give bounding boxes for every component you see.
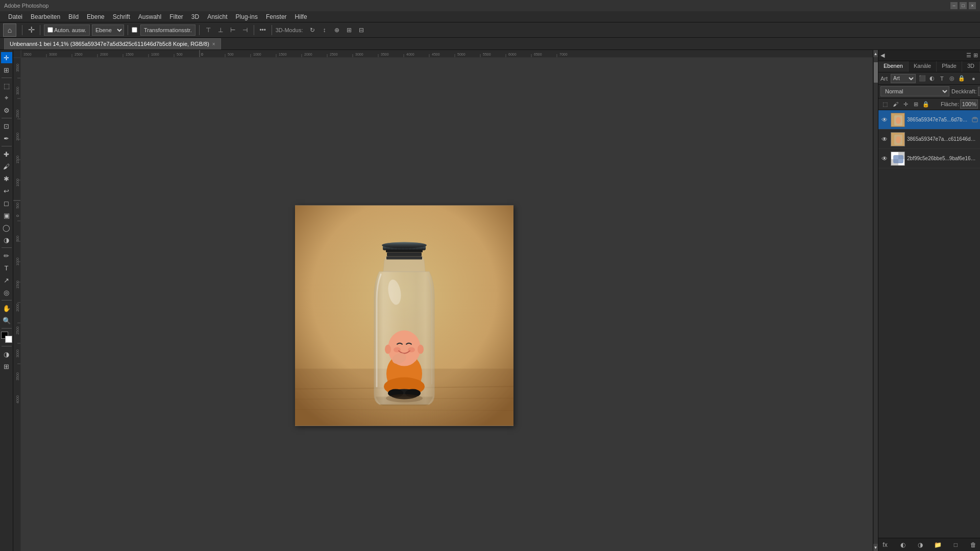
- right-scrollbar[interactable]: ▲ ▼: [873, 50, 878, 551]
- tab-close-button[interactable]: ×: [212, 41, 215, 47]
- fx-button[interactable]: fx: [880, 540, 890, 549]
- layer-visibility-3[interactable]: 👁: [880, 155, 889, 163]
- opacity-input[interactable]: [978, 87, 980, 96]
- filter-adjust-icon[interactable]: ◐: [927, 74, 936, 83]
- lock-transparent-icon[interactable]: ⬚: [880, 99, 890, 109]
- new-fill-button[interactable]: ◑: [916, 540, 925, 549]
- dodge-button[interactable]: ◑: [1, 234, 12, 245]
- tab-3d[interactable]: 3D: [962, 61, 980, 72]
- hand-button[interactable]: ✋: [1, 303, 12, 314]
- blur-button[interactable]: ◯: [1, 222, 12, 233]
- home-icon[interactable]: ⌂: [3, 23, 16, 37]
- quick-mask-button[interactable]: ◑: [1, 348, 12, 360]
- tab-pfade[interactable]: Pfade: [937, 61, 962, 72]
- lock-position-icon[interactable]: ✛: [901, 99, 910, 109]
- layer-item-3[interactable]: 👁 2bf99c5e26bbe5...9baf6e163a4bb: [878, 149, 980, 168]
- 3d-pan-icon[interactable]: ↕: [320, 25, 330, 35]
- align-bottom-icon[interactable]: ⊢: [228, 25, 238, 35]
- right-panel-expand-icon[interactable]: ⊞: [973, 52, 978, 59]
- brush-button[interactable]: 🖌: [1, 161, 12, 172]
- 3d-rotate-icon[interactable]: ↻: [307, 25, 317, 35]
- menu-ebene[interactable]: Ebene: [83, 12, 109, 21]
- transform-button[interactable]: Transformationsstr.: [140, 24, 195, 36]
- minimize-button[interactable]: –: [950, 2, 958, 9]
- filter-pixel-icon[interactable]: ⬛: [918, 74, 926, 83]
- menu-3d[interactable]: 3D: [187, 12, 203, 21]
- align-vcenter-icon[interactable]: ⊥: [215, 25, 226, 35]
- lock-all-icon[interactable]: 🔒: [921, 99, 930, 109]
- artboard-tool-button[interactable]: ⊞: [1, 64, 12, 76]
- crop-tool-button[interactable]: ⊡: [1, 120, 12, 132]
- layer-visibility-2[interactable]: 👁: [880, 135, 889, 143]
- zoom-button[interactable]: 🔍: [1, 315, 12, 326]
- layer-select[interactable]: Ebene Gruppe: [92, 24, 124, 36]
- new-group-button[interactable]: 📁: [934, 540, 943, 549]
- menu-filter[interactable]: Filter: [165, 12, 187, 21]
- tab-kanaele[interactable]: Kanäle: [909, 61, 937, 72]
- path-select-button[interactable]: ↗: [1, 274, 12, 286]
- lock-pixels-icon[interactable]: 🖌: [891, 99, 900, 109]
- history-button[interactable]: ↩: [1, 185, 12, 196]
- add-mask-button[interactable]: ◐: [898, 540, 908, 549]
- eraser-button[interactable]: ◻: [1, 197, 12, 209]
- align-left-icon[interactable]: ⊣: [240, 25, 250, 35]
- filter-type-select[interactable]: Art Name Effekt: [891, 74, 916, 83]
- document-tab[interactable]: Unbenannt-1 bei 14,1% (3865a59347e7a5d3d…: [4, 38, 221, 49]
- gradient-button[interactable]: ▣: [1, 210, 12, 221]
- eyedropper-button[interactable]: ✒: [1, 133, 12, 144]
- menu-schrift[interactable]: Schrift: [109, 12, 134, 21]
- menu-hilfe[interactable]: Hilfe: [291, 12, 311, 21]
- close-button[interactable]: ×: [969, 2, 976, 9]
- layer-item-1[interactable]: 👁 3865a59347e7a5...6d7b5c8 Kopie: [878, 110, 980, 130]
- filter-shape-icon[interactable]: ◎: [947, 74, 956, 83]
- menu-plugins[interactable]: Plug-ins: [232, 12, 262, 21]
- svg-text:2000: 2000: [16, 304, 19, 312]
- pen-button[interactable]: ✏: [1, 250, 12, 261]
- delete-layer-button[interactable]: 🗑: [969, 540, 978, 549]
- auto-select-checkbox[interactable]: [47, 27, 53, 33]
- more-options-icon[interactable]: •••: [258, 25, 268, 35]
- right-panel-close-icon[interactable]: ◀: [880, 52, 885, 59]
- menu-fenster[interactable]: Fenster: [262, 12, 291, 21]
- scroll-up-arrow[interactable]: ▲: [873, 50, 878, 57]
- 3d-slide-icon[interactable]: ⊞: [344, 25, 354, 35]
- menu-bild[interactable]: Bild: [64, 12, 83, 21]
- move-tool-icon[interactable]: ✛: [26, 25, 36, 35]
- fill-input[interactable]: [960, 99, 978, 109]
- screen-mode-button[interactable]: ⊞: [1, 361, 12, 372]
- filter-type-icon[interactable]: T: [938, 74, 946, 83]
- filter-toggle[interactable]: ●: [969, 74, 978, 83]
- menu-auswahl[interactable]: Auswahl: [134, 12, 165, 21]
- menu-bearbeiten[interactable]: Bearbeiten: [27, 12, 64, 21]
- blend-mode-select[interactable]: Normal Auflösen Abdunkeln Multiplizieren…: [880, 86, 949, 96]
- quick-select-button[interactable]: ⚙: [1, 105, 12, 116]
- layer-visibility-1[interactable]: 👁: [880, 116, 889, 124]
- clone-button[interactable]: ✱: [1, 173, 12, 184]
- toolbar-separator: [22, 25, 22, 35]
- healing-button[interactable]: ✚: [1, 148, 12, 160]
- shapes-button[interactable]: ◎: [1, 287, 12, 298]
- right-panel-options-icon[interactable]: ☰: [966, 52, 971, 59]
- lock-artboard-icon[interactable]: ⊞: [911, 99, 920, 109]
- align-top-icon[interactable]: ⊤: [203, 25, 213, 35]
- background-color[interactable]: [5, 336, 12, 343]
- 3d-scale-icon[interactable]: ⊟: [356, 25, 366, 35]
- auto-select-button[interactable]: Auton. ausw.: [44, 24, 90, 36]
- transform-checkbox[interactable]: [132, 27, 137, 33]
- type-button[interactable]: T: [1, 262, 12, 273]
- maximize-button[interactable]: □: [960, 2, 967, 9]
- svg-text:6500: 6500: [534, 53, 542, 56]
- move-tool-button[interactable]: ✛: [1, 52, 12, 63]
- marquee-tool-button[interactable]: ⬚: [1, 80, 12, 91]
- lasso-tool-button[interactable]: ⌖: [1, 92, 12, 104]
- 3d-zoom-icon[interactable]: ⊕: [332, 25, 342, 35]
- scroll-down-arrow[interactable]: ▼: [873, 544, 878, 551]
- scroll-thumb[interactable]: [874, 62, 878, 83]
- menu-datei[interactable]: Datei: [4, 12, 27, 21]
- svg-text:3500: 3500: [16, 64, 19, 72]
- tab-ebenen[interactable]: Ebenen: [878, 61, 909, 72]
- menu-ansicht[interactable]: Ansicht: [203, 12, 231, 21]
- layer-item-2[interactable]: 👁 3865a59347e7a...c611646d7b5c8: [878, 130, 980, 149]
- filter-smart-icon[interactable]: 🔒: [957, 74, 966, 83]
- new-layer-button[interactable]: □: [951, 540, 960, 549]
